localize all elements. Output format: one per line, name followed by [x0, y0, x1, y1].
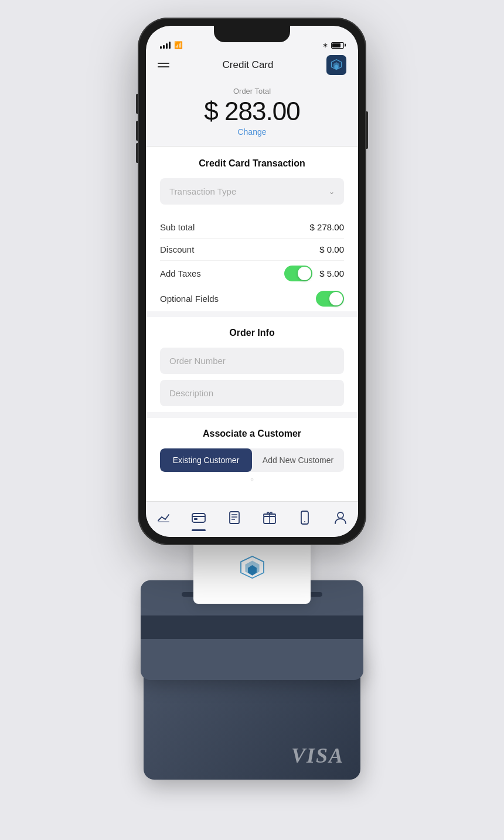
battery-icon [331, 42, 344, 49]
status-left: 📶 [160, 41, 183, 49]
phone-notch [214, 26, 290, 42]
associate-customer-section: Associate a Customer Existing Customer A… [160, 418, 344, 472]
add-taxes-group: $ 5.00 [284, 266, 344, 281]
order-info-title: Order Info [160, 328, 344, 338]
main-content: Credit Card Transaction Transaction Type… [146, 147, 358, 501]
optional-fields-row: Optional Fields [160, 286, 344, 311]
svg-point-17 [338, 512, 343, 518]
svg-rect-4 [158, 521, 169, 522]
credit-card-transaction-title: Credit Card Transaction [160, 158, 344, 169]
visa-text: VISA [160, 743, 344, 768]
customer-toggle-group: Existing Customer Add New Customer [160, 448, 344, 472]
gift-icon [262, 510, 277, 525]
sub-total-row: Sub total $ 278.00 [160, 216, 344, 239]
signal-bars-icon [160, 42, 171, 49]
nav-item-credit-card[interactable] [186, 508, 211, 528]
add-taxes-label: Add Taxes [160, 268, 201, 278]
phone-shell: 📶 ∗ Credit Card [138, 18, 366, 545]
section-divider-2 [146, 412, 358, 418]
bluetooth-icon: ∗ [322, 41, 328, 49]
phone-screen: 📶 ∗ Credit Card [146, 26, 358, 537]
optional-fields-group [316, 291, 344, 307]
order-total-section: Order Total $ 283.00 Change [146, 81, 358, 147]
swipe-icon [156, 510, 171, 525]
optional-fields-label: Optional Fields [160, 294, 219, 304]
bottom-nav [146, 501, 358, 537]
nav-title: Credit Card [223, 59, 274, 71]
nav-item-invoice[interactable] [222, 508, 247, 528]
wifi-icon: 📶 [174, 41, 183, 49]
order-info-section: Order Info [160, 317, 344, 412]
sub-total-value: $ 278.00 [310, 222, 344, 232]
optional-fields-toggle[interactable] [316, 291, 344, 307]
svg-point-16 [304, 521, 305, 522]
invoice-icon [227, 510, 242, 525]
nav-item-swipe[interactable] [151, 508, 176, 528]
transaction-type-dropdown[interactable]: Transaction Type ⌄ [160, 178, 344, 205]
svg-rect-7 [194, 518, 197, 520]
associate-title: Associate a Customer [160, 428, 344, 439]
section-divider [146, 311, 358, 317]
svg-rect-5 [192, 513, 205, 522]
add-taxes-value: $ 5.00 [319, 268, 344, 278]
add-taxes-toggle[interactable] [284, 266, 312, 281]
app-logo-icon [326, 55, 346, 75]
transaction-type-placeholder: Transaction Type [169, 186, 236, 196]
discount-label: Discount [160, 244, 194, 254]
nav-item-user[interactable] [328, 508, 353, 528]
scroll-hint: ◦ [160, 472, 344, 489]
phone-icon [297, 510, 312, 525]
status-right: ∗ [322, 41, 344, 49]
user-icon [333, 510, 348, 525]
sub-total-label: Sub total [160, 222, 195, 232]
order-number-input[interactable] [160, 348, 344, 374]
add-new-customer-button[interactable]: Add New Customer [252, 448, 344, 472]
add-taxes-row: Add Taxes $ 5.00 [160, 261, 344, 286]
chevron-down-icon: ⌄ [329, 188, 335, 196]
order-total-amount: $ 283.00 [158, 97, 346, 126]
hamburger-menu-button[interactable] [158, 63, 169, 67]
receipt-logo-icon [233, 550, 271, 588]
nav-item-gift[interactable] [257, 508, 282, 528]
card-reader-section: VISA [138, 533, 366, 780]
nav-bar: Credit Card [146, 52, 358, 81]
description-input[interactable] [160, 380, 344, 406]
nav-item-phone[interactable] [292, 508, 317, 528]
discount-row: Discount $ 0.00 [160, 239, 344, 261]
svg-rect-8 [230, 512, 239, 523]
card-reader-stripe [141, 615, 363, 639]
credit-card-nav-icon [191, 510, 206, 525]
existing-customer-button[interactable]: Existing Customer [160, 448, 252, 472]
discount-value: $ 0.00 [319, 244, 344, 254]
order-total-label: Order Total [158, 87, 346, 96]
change-link[interactable]: Change [158, 127, 346, 137]
